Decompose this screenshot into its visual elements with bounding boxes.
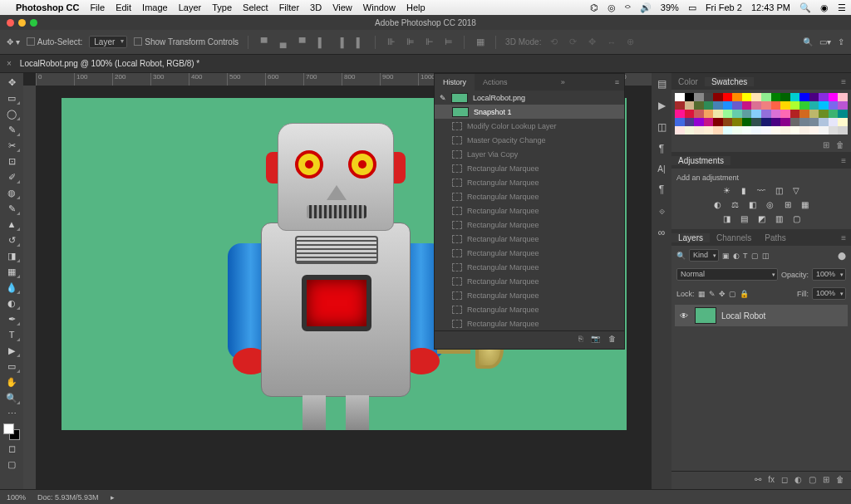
history-state[interactable]: Rectangular Marquee [435,302,624,316]
color-swatch[interactable] [3,423,20,440]
swatch[interactable] [742,101,752,110]
swatch[interactable] [761,110,771,118]
menu-3d[interactable]: 3D [310,2,322,12]
swatch[interactable] [771,126,781,135]
history-state[interactable]: Rectangular Marquee [435,218,624,232]
app-menu[interactable]: Photoshop CC [16,2,79,12]
battery-pct[interactable]: 39% [661,2,679,12]
ruler-vertical[interactable] [23,86,36,489]
swatch[interactable] [732,110,742,118]
path-select-tool[interactable]: ▶ [2,343,21,358]
dropbox-icon[interactable]: ⌬ [590,2,598,13]
align-bottom-icon[interactable]: ▌ [353,36,366,48]
swatch[interactable] [713,93,723,101]
swatch[interactable] [780,126,790,135]
swatch[interactable] [751,126,761,135]
bw-icon[interactable]: ◧ [746,199,759,210]
swatch[interactable] [790,110,800,118]
healing-tool[interactable]: ◍ [2,185,21,200]
share-icon[interactable]: ⇪ [838,37,844,46]
swatch[interactable] [771,118,781,126]
swatch[interactable] [685,110,695,118]
distribute-icon[interactable]: ⊩ [423,36,435,48]
move-tool[interactable]: ✥ [2,75,21,90]
swatch[interactable] [685,126,695,135]
zoom-level[interactable]: 100% [7,493,26,502]
tab-adjustments[interactable]: Adjustments [671,156,730,165]
swatch[interactable] [829,93,839,101]
swatch[interactable] [761,101,771,110]
swatch[interactable] [819,110,829,118]
swatch[interactable] [723,101,733,110]
swatch[interactable] [819,126,829,135]
swatch[interactable] [704,126,714,135]
swatch[interactable] [685,101,695,110]
eyedropper-tool[interactable]: ✐ [2,169,21,184]
vibrance-icon[interactable]: ▽ [790,185,803,196]
swatch[interactable] [780,93,790,101]
crop-tool[interactable]: ✂ [2,138,21,153]
swatch[interactable] [732,118,742,126]
minimize-window[interactable] [18,19,26,27]
screen-mode[interactable]: ▢ [2,457,21,472]
tab-paths[interactable]: Paths [758,233,793,242]
curves-icon[interactable]: 〰 [755,185,768,196]
swatch[interactable] [809,110,819,118]
search-icon[interactable]: 🔍 [676,252,686,260]
history-state[interactable]: Rectangular Marquee [435,274,624,288]
swatch[interactable] [829,101,839,110]
history-state[interactable]: Layer Via Copy [435,147,624,161]
history-panel[interactable]: History Actions » ≡ ✎ LocalRobot.png Sna… [434,73,625,350]
menu-file[interactable]: File [90,2,105,12]
swatch[interactable] [723,110,733,118]
tab-close-icon[interactable]: × [7,59,12,68]
lock-image-icon[interactable]: ✎ [709,290,716,298]
filter-kind-dropdown[interactable]: Kind [689,249,719,262]
align-center-v-icon[interactable]: ▐ [334,36,347,48]
gradient-map-icon[interactable]: ▥ [773,213,785,224]
swatch[interactable] [829,126,839,135]
swatch[interactable] [694,93,704,101]
swatch[interactable] [809,118,819,126]
history-state[interactable]: Rectangular Marquee [435,316,624,330]
brush-tool[interactable]: ✎ [2,201,21,216]
quick-mask[interactable]: ◻ [2,441,21,456]
history-state[interactable]: Modify Color Lookup Layer [435,119,624,133]
brushes-icon[interactable]: ▤ [657,78,667,90]
swatch[interactable] [838,118,848,126]
menu-image[interactable]: Image [142,2,168,12]
color-balance-icon[interactable]: ⚖ [729,199,741,210]
swatch[interactable] [771,110,781,118]
history-snapshot[interactable]: Snapshot 1 [435,105,624,119]
hand-tool[interactable]: ✋ [2,374,21,389]
auto-select-checkbox[interactable] [27,37,35,46]
swatch[interactable] [723,93,733,101]
menu-select[interactable]: Select [243,2,268,12]
menubar-date[interactable]: Fri Feb 2 [706,2,742,12]
posterize-icon[interactable]: ▤ [738,213,750,224]
pen-tool[interactable]: ✒ [2,311,21,326]
swatch[interactable] [799,118,809,126]
swatch[interactable] [771,101,781,110]
swatch[interactable] [742,110,752,118]
filter-shape-icon[interactable]: ▢ [751,252,759,260]
auto-select-dropdown[interactable]: Layer [89,36,127,48]
swatch[interactable] [751,110,761,118]
swatch[interactable] [809,126,819,135]
align-top-icon[interactable]: ▌ [315,36,327,48]
history-state[interactable]: Rectangular Marquee [435,246,624,260]
swatch[interactable] [675,93,685,101]
swatch[interactable] [799,93,809,101]
history-brush-tool[interactable]: ↺ [2,232,21,247]
swatch[interactable] [838,110,848,118]
tab-history[interactable]: History [435,74,475,91]
visibility-icon[interactable]: 👁 [678,311,690,321]
swatch[interactable] [685,118,695,126]
blur-tool[interactable]: 💧 [2,280,21,295]
fill-adj-icon[interactable]: ◐ [794,475,802,486]
menu-window[interactable]: Window [363,2,396,12]
history-state[interactable]: Rectangular Marquee [435,161,624,175]
swatch[interactable] [713,126,723,135]
tab-layers[interactable]: Layers [671,233,710,242]
shape-tool[interactable]: ▭ [2,359,21,374]
